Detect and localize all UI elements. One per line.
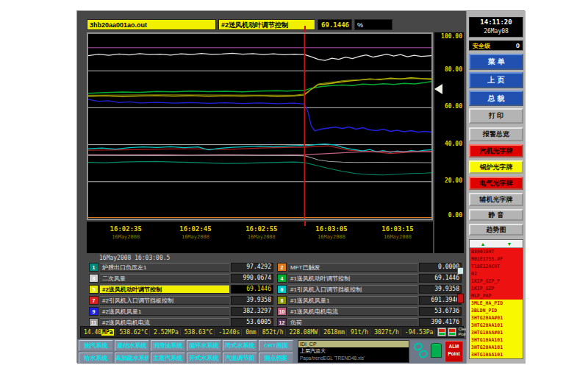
sidebar-button-菜单[interactable]: 菜 单 [469, 54, 523, 70]
legend-row[interactable]: 10#1送风机电机电流53.6736 [277, 306, 462, 316]
legend-swatch: 2 [277, 263, 287, 272]
sidebar-button-报警总览[interactable]: 报警总览 [469, 127, 523, 141]
x-tick-time: 16:02:45 [179, 225, 211, 233]
tag-item[interactable]: 3MLE_HA_PID [470, 300, 523, 307]
legend-tag-value: 39.9358 [231, 296, 273, 305]
page-button-汽温调节图[interactable]: 汽温调节图 [223, 353, 257, 364]
tag-item[interactable]: 1KIP_GZP_F [470, 277, 523, 285]
trend-cursor-extension[interactable] [304, 26, 306, 32]
legend-row[interactable]: 4#1送风机动叶调节控制69.1446 [277, 273, 462, 283]
trend-series-#1送风机动叶调节控制 [88, 82, 431, 93]
sidebar-button-打印[interactable]: 打 印 [469, 108, 523, 124]
side-mini-button-light[interactable] [457, 267, 464, 275]
sidebar-button-趋势图[interactable]: 趋势图 [469, 224, 523, 236]
tag-scroll-down-icon[interactable]: ▼ [507, 241, 512, 247]
page-button-抽汽系统[interactable]: 抽汽系统 [79, 340, 113, 351]
side-mini-button-red[interactable] [457, 294, 464, 303]
x-tick-date: 16May2008 [315, 234, 347, 240]
trend-series-#2送风机风量1 [88, 99, 431, 132]
cursor-timestamp: 16May2008 16:03:00.5 [99, 255, 170, 261]
tag-rows: B8901BHTM01E175S.#FT18E12ACHTO21KIP_GZP_… [470, 248, 523, 358]
page-button-给水系统[interactable]: 给水系统 [79, 353, 113, 364]
tag-scroll-up-icon[interactable]: ▲ [481, 241, 486, 247]
alarm-point-button[interactable]: ALM Point [445, 341, 463, 362]
page-button-高加疏水系统[interactable]: 高加疏水系统 [115, 353, 149, 364]
legend-tag-value: 990.0674 [231, 274, 273, 283]
tag-item[interactable]: 3HTG20AA101 [470, 344, 523, 351]
tag-item[interactable]: T18E12ACHT [470, 263, 523, 270]
legend-row[interactable]: 5#2送风机动叶调节控制69.1446 [89, 284, 273, 294]
page-button-测点档案[interactable]: 测点档案 [259, 353, 293, 364]
legend-row[interactable]: 9#2送风机风量1382.3297 [89, 306, 273, 316]
page-button-循环水系统[interactable]: 循环水系统 [187, 340, 221, 351]
tag-item[interactable]: 3HTG20AA#01 [470, 314, 523, 322]
tag-item[interactable]: 3HTG10AA101 [470, 351, 523, 358]
sidebar-button-汽机光字牌[interactable]: 汽机光字牌 [469, 144, 523, 158]
tag-item[interactable]: 3BLDN_PID [470, 307, 523, 314]
legend-row[interactable]: 8#1送风机风量1691.3946 [277, 295, 462, 305]
sidebar-button-静音[interactable]: 静 音 [469, 209, 523, 221]
indicator-led-icon[interactable] [448, 328, 456, 336]
sidebar-button-辅机光字牌[interactable]: 辅机光字牌 [469, 193, 523, 206]
legend-tag-name: 炉膛出口负压左1 [100, 263, 229, 272]
trend-cursor-extension[interactable] [304, 221, 306, 226]
message-console: IDI_CP 上层汽温大 Papa/trendEGL 'TREND48.xls' [298, 340, 409, 363]
legend-tag-name: #2送风机电机电流 [100, 318, 229, 327]
legend-row[interactable]: 7#2引风机入口调节挡板控制39.9358 [89, 295, 273, 305]
page-button-凝结水系统[interactable]: 凝结水系统 [115, 340, 149, 351]
sidebar-button-上页[interactable]: 上 页 [469, 72, 523, 88]
sidebar-button-锅炉光字牌[interactable]: 锅炉光字牌 [469, 160, 523, 174]
page-button-润滑油系统[interactable]: 润滑油系统 [151, 340, 185, 351]
tag-item[interactable]: 1KIP_GZP [470, 285, 523, 292]
legend-tag-value: 382.3297 [231, 307, 273, 316]
clock-display: 14:11:20 26May08 [469, 17, 523, 38]
legend-swatch: 8 [277, 296, 287, 305]
legend-row[interactable]: 1炉膛出口负压左197.4292 [89, 262, 273, 272]
value-marker-triangle[interactable] [434, 84, 442, 94]
sidebar-button-总貌[interactable]: 总 貌 [469, 91, 523, 106]
link-icon[interactable] [413, 342, 429, 361]
selected-tag-field[interactable]: #2送风机动叶调节控制 [218, 19, 315, 30]
page-button-CRT画面[interactable]: CRT画面 [259, 340, 293, 351]
page-button-闭式水系统[interactable]: 闭式水系统 [223, 340, 257, 351]
indicator-led-icon[interactable] [437, 328, 446, 336]
trend-plot[interactable] [87, 32, 433, 220]
legend-swatch: 3 [89, 274, 98, 283]
status-value: 91t/h [349, 329, 370, 336]
tag-list: ▲ ▼ B8901BHTM01E175S.#FT18E12ACHTO21KIP_… [469, 239, 523, 359]
led-green [439, 333, 445, 336]
console-title[interactable]: IDI_CP [298, 341, 409, 347]
legend-row[interactable]: 2MFT已触发0.0000 [277, 262, 462, 272]
legend-row[interactable]: 6#1引风机入口调节挡板控制39.9358 [277, 284, 462, 294]
selected-tag-unit: % [354, 19, 392, 30]
screenshot-page: 3hb20aa001ao.out #2送风机动叶调节控制 69.1446 % 1… [0, 0, 588, 368]
x-tick-date: 16May2008 [110, 234, 142, 240]
tag-item[interactable]: O2 [470, 270, 523, 277]
status-value: 2.52MPa [152, 329, 181, 336]
tag-item[interactable]: 3HTG10AA101 [470, 336, 523, 344]
tag-item[interactable]: 3HTG10AA#01 [470, 329, 523, 336]
x-tick: 16:02:4516May2008 [179, 225, 211, 240]
tag-item[interactable]: 3HTG20AA101 [470, 322, 523, 329]
legend-swatch: 5 [89, 285, 98, 294]
legend-swatch: 6 [277, 285, 287, 294]
sidebar-button-电气光字牌[interactable]: 电气光字牌 [469, 177, 523, 190]
legend-tag-value: 97.4292 [231, 263, 273, 272]
database-icon[interactable] [431, 343, 442, 359]
page-button-grid: 抽汽系统凝结水系统润滑油系统循环水系统闭式水系统CRT画面给水系统高加疏水系统主… [79, 340, 293, 364]
security-label: 安全级 [473, 42, 490, 50]
y-tick-label: 100.00 [441, 33, 462, 40]
legend-tag-name: MFT已触发 [288, 263, 417, 272]
x-axis: 16:02:3516May200816:02:4516May200816:02:… [87, 222, 433, 253]
tag-item[interactable]: MLP_PAP [470, 292, 523, 300]
page-button-主蒸汽系统[interactable]: 主蒸汽系统 [151, 353, 185, 364]
trend-file-field[interactable]: 3hb20aa001ao.out [87, 19, 216, 30]
legend-row[interactable]: 3二次风量990.0674 [89, 273, 273, 283]
legend-tag-value: 39.9358 [419, 285, 462, 294]
tag-item[interactable]: B8901BHT [470, 248, 523, 255]
console-message: 上层汽温大 [298, 347, 409, 355]
legend-tag-name: #1引风机入口调节挡板控制 [288, 285, 417, 294]
page-button-开式水系统[interactable]: 开式水系统 [187, 353, 221, 364]
x-tick: 16:02:3516May2008 [110, 225, 142, 240]
tag-item[interactable]: M01E175S.#F [470, 255, 523, 263]
